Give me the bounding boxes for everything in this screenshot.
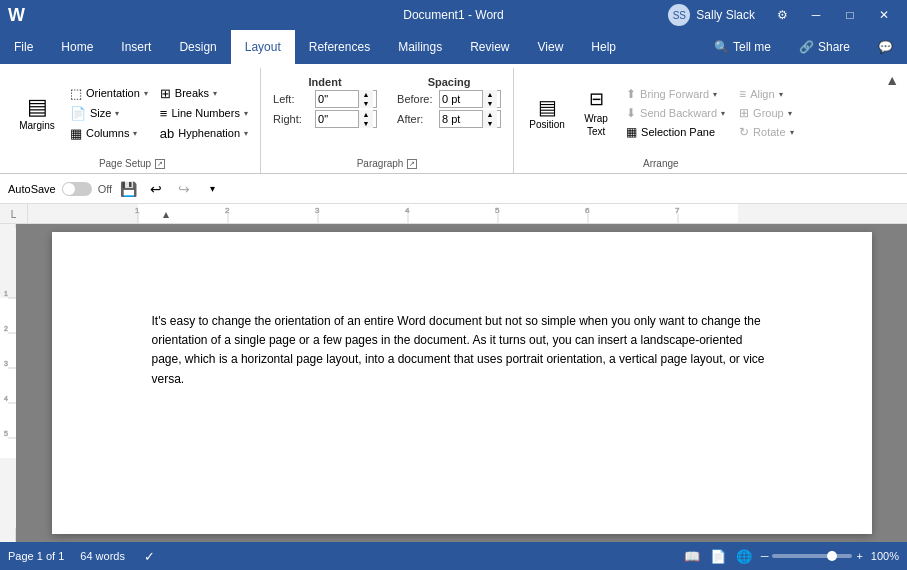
arrange-content: ▤ Position ⊟ WrapText ⬆ Bring Forward ▾ xyxy=(522,70,799,156)
menu-references[interactable]: References xyxy=(295,30,384,64)
spacing-label: Spacing xyxy=(397,76,501,88)
margins-button[interactable]: ▤ Margins xyxy=(12,83,62,143)
document-text[interactable]: It's easy to change the orientation of a… xyxy=(152,312,772,389)
indent-left-field[interactable] xyxy=(316,93,358,105)
accessibility-icon[interactable]: ✓ xyxy=(141,547,159,565)
comments-button[interactable]: 💬 xyxy=(864,30,907,64)
svg-text:4: 4 xyxy=(4,395,8,402)
bring-forward-icon: ⬆ xyxy=(626,87,636,101)
send-backward-button[interactable]: ⬇ Send Backward ▾ xyxy=(620,104,731,122)
settings-button[interactable]: ⚙ xyxy=(767,0,797,30)
autosave-toggle[interactable] xyxy=(62,182,92,196)
spacing-before-spinner[interactable]: ▲ ▼ xyxy=(482,90,497,108)
menu-layout[interactable]: Layout xyxy=(231,30,295,64)
menu-insert[interactable]: Insert xyxy=(107,30,165,64)
spacing-after-spinner[interactable]: ▲ ▼ xyxy=(482,110,497,128)
wrap-text-button[interactable]: ⊟ WrapText xyxy=(574,83,618,143)
minimize-button[interactable]: ─ xyxy=(801,0,831,30)
page-info: Page 1 of 1 xyxy=(8,550,64,562)
menu-home[interactable]: Home xyxy=(47,30,107,64)
orientation-button[interactable]: ⬚ Orientation ▾ xyxy=(66,84,152,103)
menu-view[interactable]: View xyxy=(524,30,578,64)
indent-right-spinner[interactable]: ▲ ▼ xyxy=(358,110,373,128)
menu-help[interactable]: Help xyxy=(577,30,630,64)
quick-access-toolbar: AutoSave Off 💾 ↩ ↪ ▾ xyxy=(0,174,907,204)
indent-right-down[interactable]: ▼ xyxy=(359,119,373,128)
rotate-button[interactable]: ↻ Rotate ▾ xyxy=(733,123,799,141)
zoom-plus-button[interactable]: + xyxy=(856,550,862,562)
breaks-button[interactable]: ⊞ Breaks ▾ xyxy=(156,84,252,103)
indent-left-down[interactable]: ▼ xyxy=(359,99,373,108)
status-left: Page 1 of 1 64 words ✓ xyxy=(8,547,159,565)
menu-file[interactable]: File xyxy=(0,30,47,64)
menu-review[interactable]: Review xyxy=(456,30,523,64)
ribbon-group-paragraph: Indent Left: ▲ ▼ xyxy=(261,68,514,173)
group-button[interactable]: ⊞ Group ▾ xyxy=(733,104,799,122)
line-numbers-button[interactable]: ≡ Line Numbers ▾ xyxy=(156,104,252,123)
hyphenation-button[interactable]: ab Hyphenation ▾ xyxy=(156,124,252,143)
size-dropdown-arrow: ▾ xyxy=(115,109,119,118)
share-button[interactable]: 🔗 Share xyxy=(785,30,864,64)
document-area[interactable]: It's easy to change the orientation of a… xyxy=(16,224,907,542)
web-layout-icon[interactable]: 🌐 xyxy=(735,547,753,565)
orientation-dropdown-arrow: ▾ xyxy=(144,89,148,98)
svg-text:5: 5 xyxy=(495,206,500,215)
read-mode-icon[interactable]: 📖 xyxy=(683,547,701,565)
page-setup-col1: ⬚ Orientation ▾ 📄 Size ▾ ▦ Columns ▾ xyxy=(66,84,152,143)
selection-pane-button[interactable]: ▦ Selection Pane xyxy=(620,123,731,141)
indent-right-input[interactable]: ▲ ▼ xyxy=(315,110,377,128)
autosave-area: AutoSave Off xyxy=(8,182,112,196)
columns-label: Columns xyxy=(86,127,129,139)
columns-button[interactable]: ▦ Columns ▾ xyxy=(66,124,152,143)
tell-me-button[interactable]: 🔍 Tell me xyxy=(700,30,785,64)
breaks-label: Breaks xyxy=(175,87,209,99)
status-right: 📖 📄 🌐 ─ + 100% xyxy=(683,547,899,565)
restore-button[interactable]: □ xyxy=(835,0,865,30)
paragraph-content: Indent Left: ▲ ▼ xyxy=(269,70,505,156)
page-setup-group-label: Page Setup ↗ xyxy=(12,156,252,171)
arrange-col1: ⬆ Bring Forward ▾ ⬇ Send Backward ▾ ▦ Se… xyxy=(620,85,731,141)
spacing-before-input[interactable]: ▲ ▼ xyxy=(439,90,501,108)
ruler-corner-button[interactable]: L xyxy=(0,204,28,224)
spacing-after-up[interactable]: ▲ xyxy=(483,110,497,119)
bring-forward-button[interactable]: ⬆ Bring Forward ▾ xyxy=(620,85,731,103)
line-numbers-icon: ≡ xyxy=(160,106,168,121)
ribbon-content: ▤ Margins ⬚ Orientation ▾ 📄 Size ▾ xyxy=(0,64,907,173)
spacing-before-field[interactable] xyxy=(440,93,482,105)
selection-pane-label: Selection Pane xyxy=(641,126,715,138)
position-label: Position xyxy=(529,119,565,130)
spacing-after-row: After: ▲ ▼ xyxy=(397,110,501,128)
indent-left-spinner[interactable]: ▲ ▼ xyxy=(358,90,373,108)
spacing-before-down[interactable]: ▼ xyxy=(483,99,497,108)
undo-button[interactable]: ↩ xyxy=(144,177,168,201)
size-button[interactable]: 📄 Size ▾ xyxy=(66,104,152,123)
close-button[interactable]: ✕ xyxy=(869,0,899,30)
collapse-ribbon-button[interactable]: ▲ xyxy=(881,68,903,92)
indent-left-up[interactable]: ▲ xyxy=(359,90,373,99)
margins-icon: ▤ xyxy=(27,96,48,118)
indent-left-input[interactable]: ▲ ▼ xyxy=(315,90,377,108)
more-qa-button[interactable]: ▾ xyxy=(200,177,224,201)
indent-right-field[interactable] xyxy=(316,113,358,125)
svg-text:1: 1 xyxy=(4,290,8,297)
main-area: 1 2 3 4 5 It's easy to change the orient… xyxy=(0,224,907,542)
position-button[interactable]: ▤ Position xyxy=(522,83,572,143)
spacing-before-up[interactable]: ▲ xyxy=(483,90,497,99)
save-button[interactable]: 💾 xyxy=(116,177,140,201)
zoom-track[interactable] xyxy=(772,554,852,558)
spacing-after-down[interactable]: ▼ xyxy=(483,119,497,128)
print-layout-icon[interactable]: 📄 xyxy=(709,547,727,565)
menu-mailings[interactable]: Mailings xyxy=(384,30,456,64)
align-button[interactable]: ≡ Align ▾ xyxy=(733,85,799,103)
svg-rect-17 xyxy=(0,298,16,458)
paragraph-expand-icon[interactable]: ↗ xyxy=(407,159,417,169)
spacing-after-input[interactable]: ▲ ▼ xyxy=(439,110,501,128)
zoom-slider[interactable]: ─ + xyxy=(761,550,863,562)
hyphenation-label: Hyphenation xyxy=(178,127,240,139)
zoom-minus-button[interactable]: ─ xyxy=(761,550,769,562)
spacing-after-field[interactable] xyxy=(440,113,482,125)
menu-design[interactable]: Design xyxy=(165,30,230,64)
page-setup-expand-icon[interactable]: ↗ xyxy=(155,159,165,169)
redo-button[interactable]: ↪ xyxy=(172,177,196,201)
indent-right-up[interactable]: ▲ xyxy=(359,110,373,119)
